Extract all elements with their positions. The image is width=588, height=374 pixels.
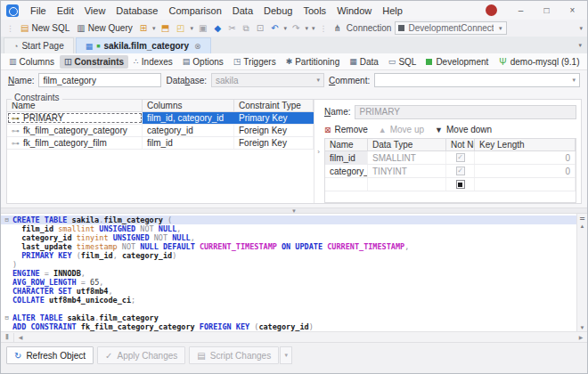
close-tab-icon[interactable]: ⊗ [194,42,201,51]
scroll-up-icon[interactable]: ▲ [580,223,585,230]
checked-checkbox-icon[interactable]: ✓ [456,167,465,175]
sql-line[interactable]: ENGINE = INNODB, [1,269,576,278]
scrollbar-splitter-grip-icon[interactable]: ⚌ [579,214,584,223]
sql-line[interactable]: COLLATE utf8mb4_unicode_ci; [1,296,576,305]
fold-toggle-icon[interactable]: ⊟ [1,215,12,224]
script-changes-button[interactable]: ▤ Script Changes [189,346,279,364]
constraint-type-cell[interactable]: Foreign Key [234,137,314,149]
constraint-columns-cell[interactable]: film_id, category_id [143,112,234,124]
data-type-cell[interactable] [368,178,446,191]
sql-line[interactable]: ⊟CREATE TABLE sakila.film_category ( [1,215,576,224]
apply-changes-button[interactable]: ✓ Apply Changes [97,346,185,364]
menu-edit[interactable]: Edit [52,4,79,18]
subtab-sql[interactable]: ▭SQL [384,55,421,69]
sql-line[interactable]: category_id tinyint UNSIGNED NOT NULL, [1,233,576,242]
scroll-left-icon[interactable]: ◀ [14,334,27,340]
not-null-cell[interactable]: ✓ [446,165,475,177]
script-changes-caret-icon[interactable]: ▾ [280,346,292,364]
connection-select[interactable]: DevelopmentConnection ▾ [395,21,507,35]
constraint-row[interactable]: ⊶fk_film_category_filmfilm_idForeign Key [7,137,314,150]
menu-help[interactable]: Help [377,4,408,18]
sql-line[interactable]: AVG_ROW_LENGTH = 65, [1,278,576,287]
not-null-cell[interactable]: ✓ [446,151,475,164]
menu-data[interactable]: Data [227,4,258,18]
key-length-cell[interactable]: 0 [475,165,576,177]
scroll-right-icon[interactable]: ▶ [575,334,587,340]
detail-row[interactable]: film_idSMALLINT✓0 [325,151,576,165]
tab-list-caret-icon[interactable]: ▾ [578,42,582,49]
export-button[interactable]: ◆ [211,23,225,34]
constraint-columns-cell[interactable]: category_id [143,125,234,136]
redo-caret-icon[interactable]: ▾ [303,25,310,32]
server-badge[interactable]: Ψ demo-mysql (9.1) [494,55,584,69]
key-length-cell[interactable] [475,178,576,191]
subtab-indexes[interactable]: ∴Indexes [129,55,177,69]
move-up-button[interactable]: ▲Move up [379,125,424,134]
horizontal-splitter[interactable]: ▼ [1,207,587,214]
constraint-name-cell[interactable]: ⊶fk_film_category_film [7,137,143,149]
connection-tool-button[interactable]: ⋔ [330,23,344,34]
hsplit-widget-icon[interactable]: ⫴ [1,333,14,342]
scroll-down-icon[interactable]: ▼ [580,324,585,331]
new-query-button[interactable]: ▥ New Query [73,22,135,34]
column-name-cell[interactable]: category_id [325,165,368,177]
key-length-cell[interactable]: 0 [475,151,576,164]
constraint-type-cell[interactable]: Primary Key [234,112,314,124]
sql-line[interactable]: film_id smallint UNSIGNED NOT NULL, [1,224,576,233]
undo-caret-icon[interactable]: ▾ [282,25,290,32]
paste-button[interactable]: ⊡ [253,23,267,34]
open-button[interactable]: ◰ [173,23,188,34]
open-caret-icon[interactable]: ▾ [189,25,196,32]
data-type-cell[interactable]: SMALLINT [368,151,446,164]
subtab-partitioning[interactable]: ✱Partitioning [282,55,345,69]
maximize-button[interactable]: □ [534,5,559,15]
save-button[interactable]: ▣ [195,23,210,34]
sql-line[interactable]: PRIMARY KEY (film_id, category_id) [1,251,576,260]
remove-button[interactable]: ⊠Remove [324,125,368,134]
checked-checkbox-icon[interactable]: ✓ [456,153,465,162]
user-avatar[interactable] [486,4,497,16]
detail-row[interactable] [325,178,576,191]
sql-horizontal-scrollbar[interactable]: ⫴ ◀ ▶ [1,331,587,342]
constraint-row[interactable]: ⊶fk_film_category_categorycategory_idFor… [7,125,314,137]
column-name-cell[interactable]: film_id [325,151,368,164]
constraint-name-cell[interactable]: ⊶PRIMARY [7,112,143,124]
database-select[interactable]: sakila▾ [211,73,324,87]
panel-splitter[interactable]: › [314,100,323,203]
sql-line[interactable]: ADD CONSTRAINT fk_film_category_category… [1,322,576,331]
data-type-cell[interactable]: TINYINT [368,165,446,177]
menu-database[interactable]: Database [110,4,163,18]
new-table-button[interactable]: ⊞ [136,23,151,34]
move-down-button[interactable]: ▼Move down [435,125,492,134]
undo-button[interactable]: ↶ [267,23,282,34]
sql-code-editor[interactable]: ⊟CREATE TABLE sakila.film_category ( fil… [1,214,576,331]
menu-debug[interactable]: Debug [258,4,298,18]
sql-line[interactable]: CHARACTER SET utf8mb4, [1,287,576,296]
sql-line[interactable] [1,305,576,313]
subtab-columns[interactable]: ▥Columns [4,55,59,69]
toolbar-overflow-icon[interactable]: ▾ [577,25,584,32]
detail-row[interactable]: category_idTINYINT✓0 [325,165,576,178]
menu-comparison[interactable]: Comparison [163,4,226,18]
doc-tab[interactable]: ▦■sakila.film_category⊗ [76,37,211,53]
copy-button[interactable]: ⧉ [240,23,253,34]
constraint-type-cell[interactable]: Foreign Key [234,125,314,136]
table-name-input[interactable]: film_category [38,73,161,87]
close-button[interactable]: × [559,5,585,15]
menu-view[interactable]: View [79,4,111,18]
new-object-button[interactable]: ⬒ [158,23,173,34]
detail-name-input[interactable]: PRIMARY [355,105,576,119]
sql-vertical-scrollbar[interactable]: ⚌ ▲ ▼ [576,214,587,331]
new-table-caret-icon[interactable]: ▾ [151,25,158,32]
indeterminate-checkbox-icon[interactable] [456,180,465,189]
subtab-triggers[interactable]: ◳Triggers [229,55,281,69]
history-caret-icon[interactable]: ▾ [310,25,317,32]
redo-button[interactable]: ↷ [289,23,303,34]
minimize-button[interactable]: – [508,5,534,15]
menu-tools[interactable]: Tools [298,4,331,18]
sql-line[interactable]: ⊟ALTER TABLE sakila.film_category [1,313,576,322]
constraint-row[interactable]: ⊶PRIMARYfilm_id, category_idPrimary Key [7,112,314,125]
comment-input[interactable]: ▾ [374,73,580,87]
constraint-columns-cell[interactable]: film_id [143,137,234,149]
doc-tab[interactable]: ◔Start Page [4,37,74,53]
